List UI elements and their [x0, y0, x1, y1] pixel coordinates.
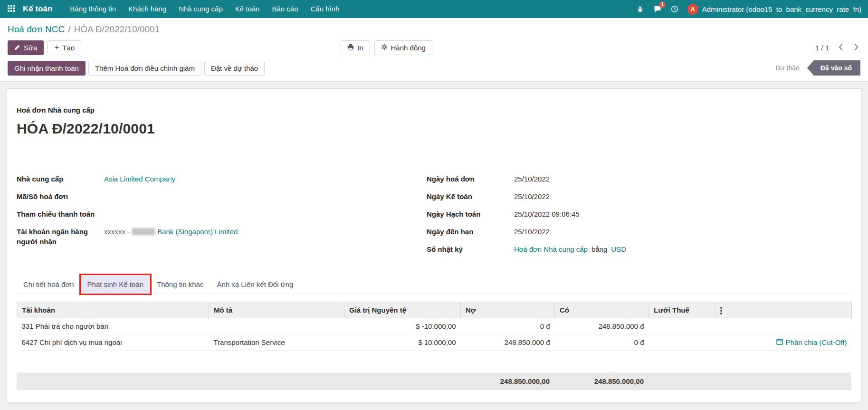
- app-name[interactable]: Kế toán: [23, 4, 52, 14]
- edit-button-label: Sửa: [24, 44, 37, 52]
- create-button[interactable]: + Tạo: [48, 40, 81, 55]
- document-number: HÓA Đ/2022/10/0001: [17, 121, 851, 137]
- document-type-label: Hoá đơn Nhà cung cấp: [17, 106, 851, 114]
- header-debit[interactable]: Nợ: [461, 302, 555, 318]
- status-buttons: Ghi nhận thanh toán Thêm Hoá đơn điều ch…: [8, 61, 265, 76]
- state-posted: Đã vào sổ: [807, 60, 860, 76]
- cell-action: Phân chia (Cut-Off): [715, 334, 852, 351]
- totals-spacer: [209, 372, 344, 390]
- cell-tax-grid[interactable]: [649, 334, 715, 351]
- cell-debit[interactable]: 248.850.000 đ: [461, 334, 555, 351]
- field-invoice-date: Ngày hoá đơn 25/10/2022: [427, 174, 851, 184]
- user-menu[interactable]: A Administrator (odoo15_to_bank_currency…: [684, 4, 863, 15]
- header-account[interactable]: Tài khoản: [17, 302, 209, 318]
- cutoff-link[interactable]: Phân chia (Cut-Off): [776, 338, 847, 346]
- pager-next-button[interactable]: [852, 43, 860, 53]
- field-posting-date: Ngày Hạch toán 25/10/2022 09:06:45: [427, 209, 851, 219]
- cell-credit[interactable]: 0 đ: [555, 334, 649, 351]
- cell-description[interactable]: [209, 318, 344, 334]
- invoice-date-value: 25/10/2022: [514, 174, 550, 184]
- left-buttons: Sửa + Tạo: [8, 40, 81, 55]
- header-description[interactable]: Mô tả: [209, 302, 344, 318]
- action-button[interactable]: Hành động: [374, 40, 432, 55]
- nav-menu-reporting[interactable]: Báo cáo: [266, 0, 304, 18]
- cell-action: [715, 318, 852, 334]
- nav-menu-accounting[interactable]: Kế toán: [229, 0, 266, 18]
- tab-counterpart-mapping[interactable]: Ánh xạ Liên kết Đối ứng: [210, 275, 300, 294]
- tab-journal-items[interactable]: Phát sinh Kế toán: [81, 275, 150, 294]
- add-credit-note-button[interactable]: Thêm Hoá đơn điều chỉnh giảm: [88, 61, 201, 76]
- navbar-left: Kế toán Bảng thông tin Khách hàng Nhà cu…: [0, 0, 345, 18]
- edit-button[interactable]: Sửa: [8, 40, 44, 55]
- journal-label: Sổ nhật ký: [427, 244, 508, 254]
- invoice-date-label: Ngày hoá đơn: [427, 174, 508, 184]
- nav-menu-configuration[interactable]: Cấu hình: [305, 0, 346, 18]
- plus-icon: +: [54, 44, 59, 51]
- field-due-date: Ngày đến hạn 25/10/2022: [427, 227, 851, 237]
- nav-menu-dashboard[interactable]: Bảng thông tin: [64, 0, 122, 18]
- cell-amount-currency[interactable]: $ -10.000,00: [344, 318, 461, 334]
- cell-tax-grid[interactable]: [649, 318, 715, 334]
- tab-other-info[interactable]: Thông tin khác: [150, 275, 210, 294]
- table-row[interactable]: 331 Phải trả cho người bán $ -10.000,00 …: [17, 318, 852, 334]
- calendar-icon: [776, 338, 783, 346]
- user-name: Administrator (odoo15_to_bank_currency_r…: [702, 5, 861, 13]
- vendor-link[interactable]: Asia Limited Company: [104, 175, 175, 183]
- tab-invoice-lines[interactable]: Chi tiết hoá đơn: [17, 275, 81, 294]
- navbar-right: 1 A Administrator (odoo15_to_bank_curren…: [632, 0, 863, 18]
- cell-amount-currency[interactable]: $ 10.000,00: [344, 334, 461, 351]
- journal-in-text: bằng: [591, 245, 607, 253]
- posting-date-label: Ngày Hạch toán: [427, 209, 508, 219]
- table-header-row: Tài khoản Mô tả Giá trị Nguyên tệ Nợ Có …: [17, 302, 852, 318]
- register-payment-button[interactable]: Ghi nhận thanh toán: [8, 61, 86, 76]
- totals-spacer: [649, 372, 715, 390]
- print-button-label: In: [357, 44, 363, 52]
- pager-value: 1 / 1: [815, 44, 829, 52]
- breadcrumb-current: HÓA Đ/2022/10/0001: [74, 24, 160, 34]
- fields-right-column: Ngày hoá đơn 25/10/2022 Ngày Kế toán 25/…: [427, 174, 851, 254]
- cell-debit[interactable]: 0 đ: [461, 318, 555, 334]
- chevron-right-icon: [854, 44, 858, 52]
- printer-icon: [347, 44, 354, 52]
- header-credit[interactable]: Có: [555, 302, 649, 318]
- cell-credit[interactable]: 248.850.000 đ: [555, 318, 649, 334]
- cell-description[interactable]: Transportation Service: [209, 334, 344, 351]
- breadcrumb-parent[interactable]: Hoá đơn NCC: [8, 24, 65, 34]
- invoice-sheet: Hoá đơn Nhà cung cấp HÓA Đ/2022/10/0001 …: [7, 88, 861, 403]
- debug-icon[interactable]: [632, 0, 649, 18]
- top-navbar: Kế toán Bảng thông tin Khách hàng Nhà cu…: [0, 0, 868, 18]
- nav-menu-customers[interactable]: Khách hàng: [122, 0, 172, 18]
- journal-link[interactable]: Hoá đơn Nhà cung cấp: [514, 245, 588, 253]
- bank-prefix-text: xxxxxx -: [104, 228, 130, 236]
- table-row[interactable]: 6427 Chi phí dịch vụ mua ngoài Transport…: [17, 334, 852, 351]
- avatar: A: [687, 4, 698, 15]
- bank-account-link[interactable]: Bank (Singapore) Limited: [157, 228, 238, 236]
- header-amount-currency[interactable]: Giá trị Nguyên tệ: [344, 302, 461, 318]
- header-optional-columns[interactable]: [715, 302, 852, 318]
- pager: 1 / 1: [815, 43, 860, 53]
- breadcrumb: Hoá đơn NCC/HÓA Đ/2022/10/0001: [0, 18, 868, 37]
- print-button[interactable]: In: [341, 40, 370, 55]
- nav-menu-vendors[interactable]: Nhà cung cấp: [172, 0, 229, 18]
- activities-clock-icon[interactable]: [667, 0, 683, 18]
- vendor-label: Nhà cung cấp: [17, 174, 98, 184]
- accounting-date-value: 25/10/2022: [514, 191, 550, 201]
- header-tax-grid[interactable]: Lưới Thuế: [649, 302, 715, 318]
- field-vendor: Nhà cung cấp Asia Limited Company: [17, 174, 427, 184]
- message-badge: 1: [659, 1, 666, 8]
- pager-previous-button[interactable]: [837, 43, 845, 53]
- total-debit: 248.850.000,00: [460, 372, 554, 390]
- reset-to-draft-button[interactable]: Đặt về dự thảo: [204, 61, 265, 76]
- totals-row: 248.850.000,00 248.850.000,00: [17, 372, 851, 390]
- field-payment-reference: Tham chiếu thanh toán: [17, 209, 427, 219]
- pencil-icon: [14, 44, 20, 52]
- cell-account[interactable]: 331 Phải trả cho người bán: [17, 318, 209, 334]
- grid-icon: [8, 5, 15, 13]
- due-date-value: 25/10/2022: [514, 227, 550, 237]
- journal-currency-link[interactable]: USD: [611, 245, 626, 253]
- gear-icon: [381, 44, 388, 52]
- apps-menu-button[interactable]: [0, 0, 22, 18]
- messages-icon[interactable]: 1: [649, 0, 666, 18]
- cell-account[interactable]: 6427 Chi phí dịch vụ mua ngoài: [17, 334, 209, 351]
- bill-reference-label: Mã/Số hoá đơn: [17, 191, 98, 201]
